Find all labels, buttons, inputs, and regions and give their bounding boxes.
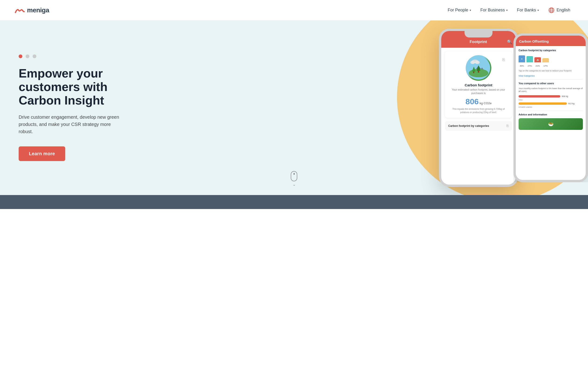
you-value: 806 kg: [562, 95, 568, 98]
carbon-subtitle: Your estimated carbon footprint, based o…: [449, 88, 508, 95]
tap-description: Tap on the categories to see how to redu…: [519, 69, 583, 72]
share-icon[interactable]: ⎘: [503, 58, 505, 62]
footer-bar: [0, 195, 588, 209]
you-bar-row: 806 kg: [519, 95, 583, 98]
carbon-categories-card: Carbon footprint by categories ⎘: [445, 121, 512, 131]
phone-primary: Footprint 🔍 ⎘: [439, 29, 518, 187]
others-label: OTHER USERS: [519, 106, 583, 108]
scroll-chevron-icon: ⌄: [293, 182, 296, 187]
scroll-indicator[interactable]: ⌄: [291, 171, 297, 187]
nav-for-banks-chevron: ▾: [537, 9, 539, 12]
hero-dots: [19, 54, 126, 58]
dot-3[interactable]: [33, 54, 36, 58]
bar-home: 🏠: [535, 57, 541, 62]
phone-header-secondary: Carbon Offsetting: [516, 36, 586, 46]
others-value: 912 kg: [568, 102, 575, 105]
learn-more-button[interactable]: Learn more: [19, 146, 65, 161]
scroll-mouse-icon: [291, 171, 297, 181]
phone-secondary: Carbon Offsetting Carbon footprint by ca…: [514, 33, 588, 182]
phone-body-secondary: Carbon footprint by categories ✈ 🛒: [516, 46, 586, 180]
share-icon-bottom[interactable]: ⎘: [506, 124, 509, 128]
nav-for-banks-label: For Banks: [517, 8, 536, 13]
globe-icon: [548, 7, 555, 13]
hero-phones: Footprint 🔍 ⎘: [439, 20, 588, 195]
bar-percentages: 30% 27% 21% 17%: [519, 65, 583, 67]
divider-2: [519, 110, 583, 111]
earth-illustration: [466, 55, 491, 81]
compare-title: You compared to other users: [519, 82, 583, 85]
dot-1[interactable]: [19, 54, 22, 58]
hero-content: Empower your customers with Carbon Insig…: [0, 40, 145, 175]
language-label: English: [556, 8, 570, 13]
divider: [519, 79, 583, 80]
nav-for-people[interactable]: For People ▾: [444, 6, 475, 14]
nav-for-business-label: For Business: [480, 8, 505, 13]
logo-icon: [14, 6, 25, 14]
nav-for-business-chevron: ▾: [506, 9, 508, 12]
phone-screen-primary: Footprint 🔍 ⎘: [441, 31, 516, 185]
navbar: meniga For People ▾ For Business ▾ For B…: [0, 0, 588, 20]
logo-link[interactable]: meniga: [14, 6, 49, 14]
nav-links: For People ▾ For Business ▾ For Banks ▾ …: [444, 5, 574, 15]
bar-travel: ✈: [519, 55, 525, 62]
phone-title: Footprint: [470, 40, 487, 44]
carbon-title: Carbon footprint: [465, 83, 492, 87]
others-bar: [519, 102, 567, 105]
svg-point-8: [475, 61, 480, 64]
bar-shop: 🛒: [526, 56, 533, 62]
earth-svg: [467, 56, 490, 80]
category-bars: ✈ 🛒 🏠: [519, 54, 583, 62]
hero-subtitle: Drive customer engagement, develop new g…: [19, 114, 126, 135]
nav-for-people-chevron: ▾: [470, 9, 471, 12]
phone-search-icon: 🔍: [507, 39, 512, 44]
others-bar-row: 912 kg: [519, 102, 583, 105]
svg-rect-15: [473, 71, 474, 73]
phone-body-primary: ⎘: [441, 48, 516, 185]
logo-text: meniga: [27, 7, 49, 14]
advice-image: 🥗: [519, 118, 583, 130]
carbon-number: 806: [465, 97, 479, 106]
hero-title: Empower your customers with Carbon Insig…: [19, 67, 126, 107]
advice-title: Advice and information: [519, 113, 583, 116]
language-selector[interactable]: English: [545, 5, 574, 15]
carbon-value: 806 kg CO2e: [465, 97, 492, 106]
carbon-footprint-card: ⎘: [445, 51, 512, 118]
scroll-dot: [294, 173, 295, 175]
carbon-equals: This equals the emissions from growing 6…: [449, 108, 508, 114]
categories-section-title: Carbon footprint by categories: [519, 49, 583, 52]
hero-section: Empower your customers with Carbon Insig…: [0, 20, 588, 195]
dot-2[interactable]: [26, 54, 29, 58]
svg-rect-13: [478, 71, 479, 73]
you-label: YOU: [519, 99, 583, 101]
phone-notch: [464, 31, 493, 38]
nav-for-banks[interactable]: For Banks ▾: [513, 6, 543, 14]
view-categories-link[interactable]: View Categories: [519, 75, 583, 77]
svg-point-7: [470, 61, 475, 64]
nav-for-business[interactable]: For Business ▾: [477, 6, 511, 14]
bar-other: [542, 58, 549, 62]
compare-description: Your monthly carbon footprint is 5% lowe…: [519, 87, 583, 93]
compare-bars: 806 kg YOU 912 kg OTHER USERS: [519, 95, 583, 108]
carbon-unit: kg CO2e: [480, 101, 492, 105]
phone-screen-secondary: Carbon Offsetting Carbon footprint by ca…: [516, 36, 586, 180]
categories-label: Carbon footprint by categories: [448, 124, 489, 128]
nav-for-people-label: For People: [448, 8, 468, 13]
secondary-phone-title: Carbon Offsetting: [519, 39, 582, 43]
you-bar: [519, 95, 560, 98]
